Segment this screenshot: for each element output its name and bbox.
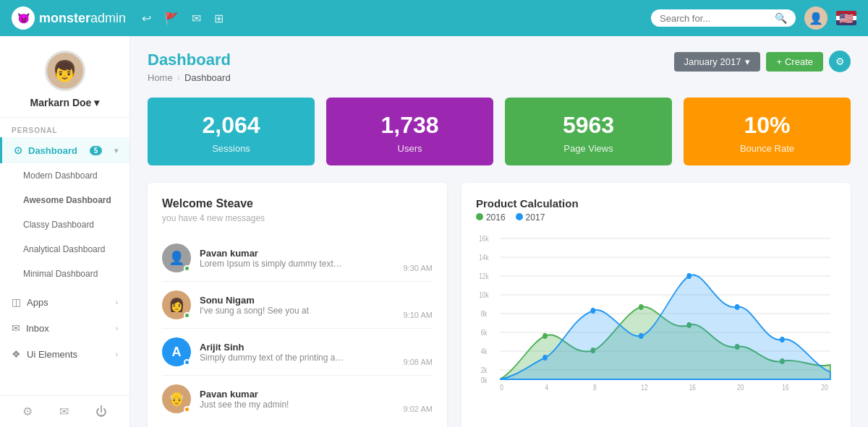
svg-text:0: 0 — [500, 384, 503, 390]
msg-name: Sonu Nigam — [200, 295, 395, 306]
svg-point-26 — [542, 333, 548, 339]
sidebar-item-analytical[interactable]: Analytical Dashboard — [0, 237, 129, 262]
sidebar-item-ui[interactable]: ❖ Ui Elements › — [0, 341, 129, 367]
header-actions: January 2017 ▾ + Create ⚙ — [674, 51, 851, 72]
svg-text:6k: 6k — [481, 329, 488, 337]
sessions-value: 2,064 — [159, 112, 303, 139]
sidebar-username: Markarn Doe ▾ — [30, 97, 100, 108]
msg-name: Pavan kumar — [200, 389, 395, 400]
msg-name: Arijit Sinh — [200, 342, 395, 353]
sidebar-user: 👦 Markarn Doe ▾ — [0, 36, 129, 118]
svg-text:16k: 16k — [479, 235, 489, 243]
msg-text: Just see the my admin! — [200, 400, 344, 410]
sidebar-item-inbox[interactable]: ✉ Inbox › — [0, 315, 129, 341]
logo-text: monsteradmin — [39, 11, 126, 26]
inbox-icon: ✉ — [12, 322, 20, 334]
sidebar-item-dashboard[interactable]: ⊙ Dashboard 5 ▾ — [0, 137, 129, 163]
mail-icon[interactable]: ✉ — [192, 12, 201, 25]
search-input[interactable] — [660, 13, 770, 24]
main-content: Dashboard Home › Dashboard January 2017 … — [130, 36, 868, 427]
bounce-value: 10% — [695, 112, 839, 139]
welcome-subtitle: you have 4 new messages — [162, 213, 433, 223]
legend-2017: 2017 — [516, 212, 545, 223]
list-item[interactable]: 👩 Sonu Nigam I've sung a song! See you a… — [162, 282, 433, 329]
msg-text: Lorem Ipsum is simply dummy text of the … — [200, 259, 344, 269]
sidebar-item-modern[interactable]: Modern Dashboard — [0, 163, 129, 188]
mail-bottom-icon[interactable]: ✉ — [59, 405, 69, 418]
svg-text:12: 12 — [641, 384, 647, 390]
search-box[interactable]: 🔍 — [651, 9, 796, 27]
dashboard-icon: ⊙ — [14, 145, 22, 156]
svg-text:10k: 10k — [479, 291, 489, 299]
msg-text: I've sung a song! See you at — [200, 306, 344, 316]
breadcrumb-home[interactable]: Home — [148, 72, 173, 83]
stat-card-pageviews: 5963 Page Views — [505, 98, 672, 165]
user-avatar-nav[interactable]: 👤 — [804, 7, 827, 30]
gear-button[interactable]: ⚙ — [829, 51, 851, 72]
chevron-right-icon: › — [116, 298, 118, 306]
stat-card-users: 1,738 Users — [326, 98, 493, 165]
breadcrumb-current: Dashboard — [184, 72, 231, 83]
settings-icon[interactable]: ⚙ — [22, 405, 33, 418]
legend-2016: 2016 — [476, 212, 506, 223]
section-label-personal: PERSONAL — [0, 118, 129, 137]
chevron-right-inbox-icon: › — [116, 324, 118, 332]
users-value: 1,738 — [338, 112, 482, 139]
svg-text:16: 16 — [782, 384, 788, 390]
create-button[interactable]: + Create — [766, 52, 823, 72]
bottom-panels: Welcome Steave you have 4 new messages 👤… — [148, 183, 851, 427]
chart-header: Product Calculation — [476, 197, 836, 210]
sidebar-item-awesome[interactable]: Awesome Dashboard — [0, 188, 129, 212]
svg-text:8k: 8k — [481, 310, 488, 318]
message-list: 👤 Pavan kumar Lorem Ipsum is simply dumm… — [162, 235, 433, 422]
sessions-label: Sessions — [159, 143, 303, 154]
chevron-down-icon: ▾ — [114, 147, 118, 155]
sidebar-bottom: ⚙ ✉ ⏻ — [0, 395, 129, 427]
chart-title: Product Calculation — [476, 197, 579, 210]
flag-us-icon[interactable]: 🇺🇸 — [836, 11, 856, 25]
sidebar-item-classy[interactable]: Classy Dashboard — [0, 212, 129, 237]
chart-svg: 16k 14k 12k 10k 8k 6k 4k 2k 0k 0 4 8 12 — [476, 231, 836, 390]
pageviews-label: Page Views — [516, 143, 660, 154]
date-picker-button[interactable]: January 2017 ▾ — [674, 52, 761, 72]
apps-icon[interactable]: ⊞ — [214, 12, 224, 25]
list-item[interactable]: 👤 Pavan kumar Lorem Ipsum is simply dumm… — [162, 235, 433, 282]
stat-cards: 2,064 Sessions 1,738 Users 5963 Page Vie… — [148, 98, 851, 165]
msg-avatar: 👴 — [162, 384, 191, 413]
chart-panel: Product Calculation 2016 2017 — [461, 183, 851, 427]
back-icon[interactable]: ↩ — [142, 12, 151, 25]
status-dot — [184, 359, 190, 366]
stat-card-bounce: 10% Bounce Rate — [684, 98, 851, 165]
topnav: 😈 monsteradmin ↩ 🚩 ✉ ⊞ 🔍 👤 🇺🇸 — [0, 0, 868, 36]
stat-card-sessions: 2,064 Sessions — [148, 98, 315, 165]
msg-time: 9:08 AM — [404, 358, 433, 366]
logo-icon: 😈 — [12, 7, 35, 30]
messages-panel: Welcome Steave you have 4 new messages 👤… — [148, 183, 447, 427]
list-item[interactable]: A Arijit Sinh Simply dummy text of the p… — [162, 329, 433, 376]
flag-icon[interactable]: 🚩 — [164, 12, 179, 25]
msg-body: Arijit Sinh Simply dummy text of the pri… — [200, 342, 395, 363]
users-label: Users — [338, 143, 482, 154]
svg-text:12k: 12k — [479, 272, 489, 280]
msg-body: Sonu Nigam I've sung a song! See you at — [200, 295, 395, 316]
svg-text:20: 20 — [737, 384, 744, 390]
dropdown-icon[interactable]: ▾ — [94, 97, 99, 108]
svg-point-36 — [735, 304, 740, 310]
msg-body: Pavan kumar Just see the my admin! — [200, 389, 395, 410]
svg-point-37 — [780, 337, 785, 342]
svg-text:0k: 0k — [481, 376, 488, 384]
list-item[interactable]: 👴 Pavan kumar Just see the my admin! 9:0… — [162, 376, 433, 422]
svg-text:2k: 2k — [481, 366, 488, 374]
svg-text:8: 8 — [593, 384, 597, 390]
msg-avatar: A — [162, 337, 191, 366]
svg-text:16: 16 — [689, 384, 696, 390]
sidebar-item-apps[interactable]: ◫ Apps › — [0, 289, 129, 315]
page-title: Dashboard — [148, 51, 231, 69]
svg-point-33 — [590, 308, 595, 314]
svg-text:14k: 14k — [479, 254, 489, 262]
chevron-date-icon: ▾ — [745, 56, 750, 67]
apps-sidebar-icon: ◫ — [12, 296, 21, 308]
power-icon[interactable]: ⏻ — [95, 405, 107, 418]
sidebar-item-minimal[interactable]: Minimal Dashboard — [0, 262, 129, 286]
layout: 👦 Markarn Doe ▾ PERSONAL ⊙ Dashboard 5 ▾… — [0, 36, 868, 427]
